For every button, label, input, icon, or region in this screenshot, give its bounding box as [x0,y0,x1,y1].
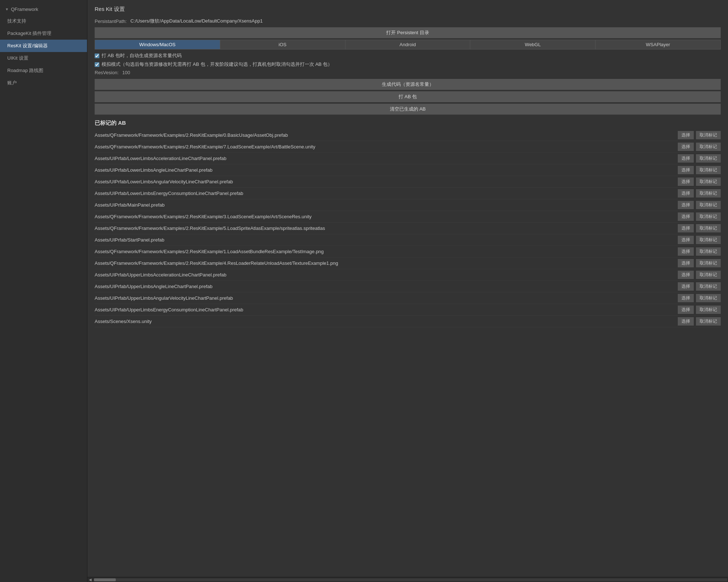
select-button[interactable]: 选择 [678,282,694,291]
select-button[interactable]: 选择 [678,317,694,326]
select-button[interactable]: 选择 [678,247,694,256]
cancel-mark-button[interactable]: 取消标记 [696,131,721,139]
select-button[interactable]: 选择 [678,189,694,198]
select-button[interactable]: 选择 [678,166,694,174]
cancel-mark-button[interactable]: 取消标记 [696,282,721,291]
tab-wsaplayer[interactable]: WSAPlayer [596,40,720,49]
asset-path: Assets/UIPrfab/UpperLimbsAngularVelocity… [95,295,676,301]
open-dir-button[interactable]: 打开 Persistent 目录 [95,27,721,38]
cancel-mark-button[interactable]: 取消标记 [696,317,721,326]
table-row: Assets/QFramework/Framework/Examples/2.R… [95,246,721,258]
gen-code-button[interactable]: 生成代码（资源名常量） [95,79,721,90]
clear-ab-button[interactable]: 清空已生成的 AB [95,104,721,115]
sidebar-item-reskit-settings[interactable]: ResKit 设置/编辑器 [0,40,87,52]
asset-path: Assets/QFramework/Framework/Examples/2.R… [95,260,676,266]
asset-path: Assets/UIPrfab/LowerLimbsAccelerationLin… [95,156,676,161]
page-title: Res Kit 设置 [95,6,721,13]
cancel-mark-button[interactable]: 取消标记 [696,306,721,314]
build-ab-button[interactable]: 打 AB 包 [95,91,721,102]
sidebar-title: ▼ QFramework [0,4,87,15]
table-row: Assets/UIPrfab/UpperLimbsAngleLineChartP… [95,281,721,292]
sidebar-item-tech-support[interactable]: 技术支持 [0,15,87,27]
asset-list: Assets/QFramework/Framework/Examples/2.R… [95,129,721,327]
platform-tabs: Windows/MacOSiOSAndroidWebGLWSAPlayer [95,40,721,49]
asset-path: Assets/UIPrfab/MainPanel.prefab [95,202,676,208]
table-row: Assets/UIPrfab/UpperLimbsAngularVelocity… [95,292,721,304]
cancel-mark-button[interactable]: 取消标记 [696,236,721,244]
asset-path: Assets/QFramework/Framework/Examples/2.R… [95,132,676,138]
cancel-mark-button[interactable]: 取消标记 [696,247,721,256]
cancel-mark-button[interactable]: 取消标记 [696,259,721,267]
checkbox2-label: 模拟模式（勾选后每当资源修改时无需再打 AB 包，开发阶段建议勾选，打真机包时取… [102,61,332,68]
sidebar: ▼ QFramework 技术支持PackageKit 插件管理ResKit 设… [0,0,87,582]
asset-path: Assets/QFramework/Framework/Examples/2.R… [95,249,676,254]
scroll-left-icon[interactable]: ◀ [87,578,93,582]
select-button[interactable]: 选择 [678,201,694,209]
scroll-track[interactable] [94,578,727,581]
tab-android[interactable]: Android [345,40,471,49]
simulate-mode-checkbox[interactable] [95,62,99,67]
sidebar-title-label: QFramework [11,7,38,12]
checkbox1-label: 打 AB 包时，自动生成资源名常量代码 [102,52,182,59]
cancel-mark-button[interactable]: 取消标记 [696,154,721,163]
scroll-thumb [94,578,116,581]
sidebar-item-uikit-settings[interactable]: UIKit 设置 [0,52,87,64]
table-row: Assets/QFramework/Framework/Examples/2.R… [95,141,721,153]
cancel-mark-button[interactable]: 取消标记 [696,201,721,209]
res-version-label: ResVesion: [95,70,119,75]
select-button[interactable]: 选择 [678,271,694,279]
table-row: Assets/QFramework/Framework/Examples/2.R… [95,223,721,234]
tab-ios[interactable]: iOS [220,40,345,49]
asset-path: Assets/UIPrfab/LowerLimbsAngularVelocity… [95,179,676,184]
asset-path: Assets/UIPrfab/UpperLimbsEnergyConsumpti… [95,307,676,312]
table-row: Assets/UIPrfab/LowerLimbsAngularVelocity… [95,176,721,188]
section-title: 已标记的 AB [95,120,721,127]
asset-path: Assets/UIPrfab/LowerLimbsAngleLineChartP… [95,167,676,173]
select-button[interactable]: 选择 [678,259,694,267]
table-row: Assets/QFramework/Framework/Examples/2.R… [95,258,721,269]
select-button[interactable]: 选择 [678,306,694,314]
select-button[interactable]: 选择 [678,143,694,151]
table-row: Assets/Scenes/Xsens.unity选择取消标记 [95,316,721,327]
cancel-mark-button[interactable]: 取消标记 [696,294,721,302]
res-version-value: 100 [122,70,130,75]
asset-path: Assets/QFramework/Framework/Examples/2.R… [95,226,676,231]
tab-windows-macos[interactable]: Windows/MacOS [95,40,220,49]
select-button[interactable]: 选择 [678,224,694,232]
checkbox2-row: 模拟模式（勾选后每当资源修改时无需再打 AB 包，开发阶段建议勾选，打真机包时取… [95,61,721,68]
select-button[interactable]: 选择 [678,178,694,186]
cancel-mark-button[interactable]: 取消标记 [696,189,721,198]
asset-path: Assets/QFramework/Framework/Examples/2.R… [95,214,676,219]
tab-webgl[interactable]: WebGL [470,40,596,49]
select-button[interactable]: 选择 [678,154,694,163]
collapse-arrow-icon: ▼ [5,7,9,11]
sidebar-item-roadmap[interactable]: Roadmap 路线图 [0,64,87,77]
res-version-row: ResVesion: 100 [95,70,721,75]
path-value: C:/Users/微软/AppData/LocalLow/DefaultComp… [130,18,262,24]
select-button[interactable]: 选择 [678,131,694,139]
cancel-mark-button[interactable]: 取消标记 [696,166,721,174]
cancel-mark-button[interactable]: 取消标记 [696,271,721,279]
asset-path: Assets/UIPrfab/LowerLimbsEnergyConsumpti… [95,191,676,196]
table-row: Assets/UIPrfab/LowerLimbsAngleLineChartP… [95,164,721,176]
table-row: Assets/UIPrfab/LowerLimbsEnergyConsumpti… [95,188,721,199]
cancel-mark-button[interactable]: 取消标记 [696,143,721,151]
table-row: Assets/UIPrfab/UpperLimbsEnergyConsumpti… [95,304,721,316]
table-row: Assets/UIPrfab/StartPanel.prefab选择取消标记 [95,234,721,246]
cancel-mark-button[interactable]: 取消标记 [696,212,721,221]
sidebar-item-package-kit[interactable]: PackageKit 插件管理 [0,27,87,40]
cancel-mark-button[interactable]: 取消标记 [696,178,721,186]
bottom-scrollbar: ◀ [87,577,728,582]
select-button[interactable]: 选择 [678,212,694,221]
asset-path: Assets/UIPrfab/UpperLimbsAngleLineChartP… [95,284,676,289]
auto-generate-checkbox[interactable] [95,53,99,58]
sidebar-item-account[interactable]: 账户 [0,77,87,89]
table-row: Assets/UIPrfab/MainPanel.prefab选择取消标记 [95,199,721,211]
table-row: Assets/UIPrfab/LowerLimbsAccelerationLin… [95,153,721,164]
select-button[interactable]: 选择 [678,236,694,244]
table-row: Assets/QFramework/Framework/Examples/2.R… [95,211,721,223]
select-button[interactable]: 选择 [678,294,694,302]
main-content: Res Kit 设置 PersistantPath: C:/Users/微软/A… [87,0,728,582]
cancel-mark-button[interactable]: 取消标记 [696,224,721,232]
asset-path: Assets/Scenes/Xsens.unity [95,319,676,324]
